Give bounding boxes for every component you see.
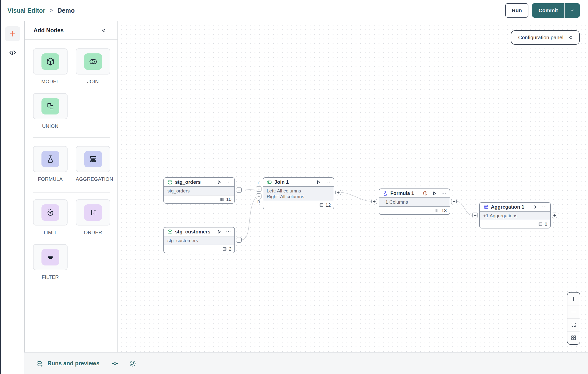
node-menu-button[interactable] (226, 179, 231, 185)
double-chevron-left-icon (100, 27, 106, 33)
add-node-tile-union[interactable]: UNION (33, 93, 68, 129)
node-footer: 0 (480, 220, 550, 228)
node-title: stg_customers (175, 229, 214, 235)
bottom-bar: Runs and previews (24, 352, 588, 374)
left-rail (1, 21, 24, 374)
node-header: Aggregation 1 (480, 203, 550, 211)
overview-grid-button[interactable] (567, 332, 580, 344)
port-formula-input[interactable] (371, 199, 377, 204)
node-run-button[interactable] (432, 190, 437, 196)
node-footer: 13 (379, 207, 450, 214)
node-header: stg_orders (164, 178, 234, 186)
run-button[interactable]: Run (505, 3, 528, 18)
add-node-tile-filter[interactable]: FILTER (33, 244, 68, 280)
chevron-down-icon (570, 8, 575, 13)
node-join-1[interactable]: Join 1 Left: All columns Right: All colu… (263, 177, 334, 209)
port-join-output[interactable] (335, 190, 341, 195)
commit-dropdown-button[interactable] (564, 3, 580, 18)
tile-label: FORMULA (33, 176, 68, 182)
node-body: +1 Columns (379, 197, 450, 207)
runs-flow-icon (36, 360, 43, 367)
node-run-button[interactable] (316, 179, 321, 185)
add-node-tile-aggregation[interactable]: AGGREGATION (76, 146, 110, 182)
compass-button[interactable] (129, 360, 136, 367)
port-join-left-input[interactable] (256, 186, 261, 192)
tile-label: AGGREGATION (76, 176, 110, 182)
port-label-right: R (256, 199, 261, 204)
panel-divider (33, 192, 110, 193)
columns-icon (319, 203, 324, 207)
node-body: stg_customers (164, 236, 234, 245)
cube-icon (46, 57, 55, 66)
node-body: Left: All columns Right: All columns (263, 186, 334, 201)
node-run-button[interactable] (532, 204, 538, 210)
top-bar: Visual Editor > Demo Run Commit (0, 0, 588, 21)
node-menu-button[interactable] (441, 190, 446, 196)
add-nodes-title: Add Nodes (34, 27, 100, 34)
node-footer: 12 (263, 201, 334, 209)
runs-and-previews-button[interactable]: Runs and previews (47, 360, 100, 367)
node-title: Join 1 (274, 179, 313, 185)
breadcrumb-visual-editor[interactable]: Visual Editor (7, 7, 45, 14)
port-aggregation-output[interactable] (552, 213, 557, 218)
commit-button[interactable]: Commit (532, 3, 564, 18)
tile-label: ORDER (76, 230, 110, 235)
code-editor-button[interactable] (5, 47, 20, 58)
node-menu-button[interactable] (325, 179, 331, 185)
node-title: Formula 1 (390, 190, 420, 196)
flask-icon (46, 155, 55, 164)
collapse-panel-button[interactable] (100, 27, 106, 33)
node-title: Aggregation 1 (491, 204, 530, 210)
add-node-tile-order[interactable]: ORDER (76, 199, 110, 235)
add-nodes-header: Add Nodes (25, 21, 117, 40)
edge-join-to-formula (341, 192, 371, 201)
port-label-left: L (256, 181, 261, 185)
node-stg-customers[interactable]: stg_customers stg_customers 2 (163, 227, 235, 253)
node-formula-1[interactable]: Formula 1 +1 Columns 13 (379, 188, 450, 215)
add-node-tile-join[interactable]: JOIN (76, 48, 110, 84)
add-button[interactable] (5, 26, 20, 41)
commit-split-button[interactable]: Commit (532, 3, 580, 18)
warning-icon (423, 191, 428, 196)
add-node-tile-formula[interactable]: FORMULA (33, 146, 68, 182)
node-aggregation-1[interactable]: Aggregation 1 +1 Aggregations 0 (479, 202, 551, 228)
node-header: Join 1 (263, 178, 334, 186)
column-count: 13 (441, 208, 447, 213)
plus-icon (9, 30, 16, 37)
window-edge (0, 0, 1, 374)
double-chevron-left-icon (567, 35, 573, 40)
node-header: Formula 1 (379, 189, 450, 197)
columns-icon (220, 197, 224, 202)
node-run-button[interactable] (216, 229, 222, 235)
hierarchy-icon (89, 155, 98, 164)
configuration-panel-toggle[interactable]: Configuration panel (511, 30, 580, 45)
add-node-tile-model[interactable]: MODEL (33, 48, 68, 84)
gauge-icon (46, 208, 55, 217)
zoom-out-button[interactable] (567, 305, 580, 318)
columns-icon (222, 247, 227, 251)
node-footer: 10 (164, 195, 234, 203)
port-formula-output[interactable] (451, 199, 457, 204)
tile-label: UNION (33, 123, 68, 129)
commit-node-button[interactable] (111, 360, 118, 367)
fit-view-button[interactable] (567, 319, 580, 332)
port-aggregation-input[interactable] (472, 213, 478, 218)
node-menu-button[interactable] (542, 204, 547, 210)
node-header: stg_customers (164, 227, 234, 236)
tile-label: JOIN (76, 79, 110, 84)
zoom-in-button[interactable] (567, 293, 580, 305)
model-cube-icon (167, 229, 173, 235)
port-stg-orders-output[interactable] (236, 187, 242, 193)
sort-arrows-icon (89, 208, 98, 217)
node-menu-button[interactable] (226, 229, 231, 234)
flask-icon (382, 190, 388, 196)
union-shapes-icon (46, 102, 55, 111)
node-body: stg_orders (164, 186, 234, 195)
node-run-button[interactable] (216, 179, 222, 185)
node-stg-orders[interactable]: stg_orders stg_orders 10 (163, 177, 235, 204)
port-join-right-input[interactable] (256, 193, 261, 199)
columns-icon (538, 222, 543, 226)
canvas[interactable]: Configuration panel stg_orders stg_order… (118, 21, 588, 352)
add-node-tile-limit[interactable]: LIMIT (33, 199, 68, 235)
port-stg-customers-output[interactable] (236, 237, 242, 243)
